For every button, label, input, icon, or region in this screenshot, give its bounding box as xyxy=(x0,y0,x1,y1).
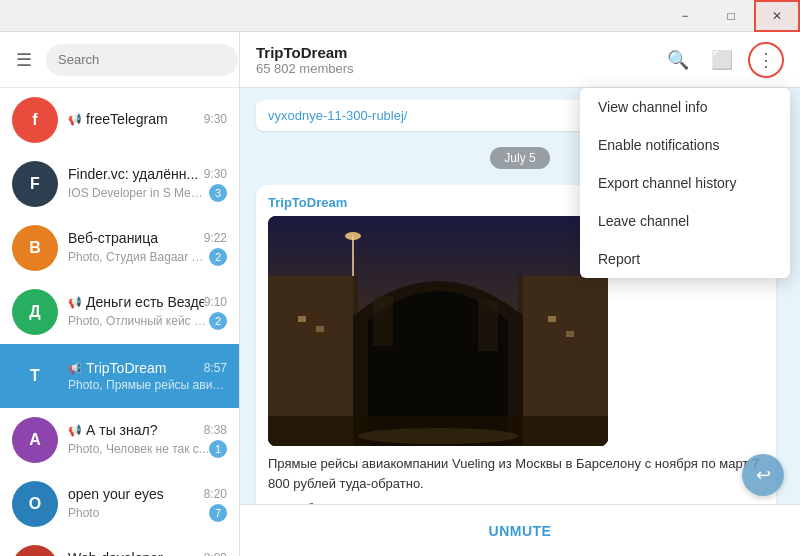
unread-badge: 2 xyxy=(209,248,227,266)
sidebar-item-webdeveloper[interactable]: W Web-developer 8:09 Photo, Editor: Subl… xyxy=(0,536,239,556)
header-actions: 🔍 ⬜ ⋮ xyxy=(660,42,784,78)
chat-preview: Photo, Человек не так с... 1 xyxy=(68,440,227,458)
chat-top: 📢 Деньги есть Везде 9:10 xyxy=(68,294,227,310)
chat-time: 9:10 xyxy=(204,295,227,309)
svg-rect-12 xyxy=(298,316,306,322)
forward-button[interactable]: ↩ xyxy=(742,454,784,496)
more-options-button[interactable]: ⋮ xyxy=(748,42,784,78)
top-message-link[interactable]: vyxodnye-11-300-rublej/ xyxy=(268,108,407,123)
svg-rect-13 xyxy=(316,326,324,332)
chat-info: 📢 Деньги есть Везде 9:10 Photo, Отличный… xyxy=(68,294,227,330)
avatar: f xyxy=(12,97,58,143)
chat-time: 9:22 xyxy=(204,231,227,245)
sidebar-item-triptodream[interactable]: T 📢 TripToDream 8:57 Photo, Прямые рейсы… xyxy=(0,344,239,408)
chat-name: open your eyes xyxy=(68,486,164,502)
chat-name: 📢 А ты знал? xyxy=(68,422,157,438)
chat-top: 📢 А ты знал? 8:38 xyxy=(68,422,227,438)
sidebar-item-openyoureyes[interactable]: O open your eyes 8:20 Photo 7 xyxy=(0,472,239,536)
hamburger-icon[interactable]: ☰ xyxy=(12,45,36,75)
menu-item-enable-notifications[interactable]: Enable notifications xyxy=(580,126,790,164)
channel-icon: 📢 xyxy=(68,296,82,309)
unread-badge: 3 xyxy=(209,184,227,202)
sidebar-item-money[interactable]: Д 📢 Деньги есть Везде 9:10 Photo, Отличн… xyxy=(0,280,239,344)
chat-time: 9:30 xyxy=(204,167,227,181)
chat-header: TripToDream 65 802 members 🔍 ⬜ ⋮ xyxy=(240,32,800,88)
chat-name: 📢 Деньги есть Везде xyxy=(68,294,204,310)
chat-preview: IOS Developer in S Media ... 3 xyxy=(68,184,227,202)
unread-badge: 1 xyxy=(209,440,227,458)
menu-item-leave-channel[interactable]: Leave channel xyxy=(580,202,790,240)
avatar: F xyxy=(12,161,58,207)
menu-item-report[interactable]: Report xyxy=(580,240,790,278)
app-body: ☰ 🔒 f 📢 freeTelegram 9:30 xyxy=(0,32,800,556)
chat-preview: Photo, Студия Bagaar со... 2 xyxy=(68,248,227,266)
titlebar: − □ ✕ xyxy=(0,0,800,32)
chat-name: Finder.vc: удалённ... xyxy=(68,166,198,182)
svg-point-9 xyxy=(345,232,361,240)
svg-rect-10 xyxy=(373,296,393,346)
chat-top: open your eyes 8:20 xyxy=(68,486,227,502)
minimize-button[interactable]: − xyxy=(662,0,708,32)
message-image xyxy=(268,216,608,446)
sidebar-header: ☰ 🔒 xyxy=(0,32,239,88)
chat-name: Web-developer xyxy=(68,550,163,556)
chat-top: 📢 TripToDream 8:57 xyxy=(68,360,227,376)
chat-preview: Photo, Прямые рейсы авиа... xyxy=(68,378,227,392)
channel-icon: 📢 xyxy=(68,362,82,375)
chat-info: 📢 freeTelegram 9:30 xyxy=(68,111,227,129)
search-input[interactable] xyxy=(46,44,238,76)
chat-name: 📢 TripToDream xyxy=(68,360,166,376)
chat-time: 8:09 xyxy=(204,551,227,556)
chat-info: Web-developer 8:09 Photo, Editor: Sublim… xyxy=(68,550,227,556)
chat-info: 📢 TripToDream 8:57 Photo, Прямые рейсы а… xyxy=(68,360,227,392)
sidebar-item-webpage[interactable]: В Веб-страница 9:22 Photo, Студия Bagaar… xyxy=(0,216,239,280)
avatar: А xyxy=(12,417,58,463)
chat-info: Веб-страница 9:22 Photo, Студия Bagaar с… xyxy=(68,230,227,266)
chat-top: Web-developer 8:09 xyxy=(68,550,227,556)
unread-badge: 7 xyxy=(209,504,227,522)
chat-top: 📢 freeTelegram 9:30 xyxy=(68,111,227,127)
context-menu: View channel infoEnable notificationsExp… xyxy=(580,88,790,278)
chat-preview: Photo 7 xyxy=(68,504,227,522)
main-content: TripToDream 65 802 members 🔍 ⬜ ⋮ vyxodny… xyxy=(240,32,800,556)
chat-info: open your eyes 8:20 Photo 7 xyxy=(68,486,227,522)
sidebar-item-freetelegram[interactable]: f 📢 freeTelegram 9:30 xyxy=(0,88,239,152)
chat-top: Веб-страница 9:22 xyxy=(68,230,227,246)
message-text: Прямые рейсы авиакомпании Vueling из Мос… xyxy=(268,454,764,493)
svg-rect-15 xyxy=(566,331,574,337)
sidebar-item-atyuznal[interactable]: А 📢 А ты знал? 8:38 Photo, Человек не та… xyxy=(0,408,239,472)
channel-icon: 📢 xyxy=(68,424,82,437)
svg-rect-14 xyxy=(548,316,556,322)
chat-top: Finder.vc: удалённ... 9:30 xyxy=(68,166,227,182)
avatar: Д xyxy=(12,289,58,335)
avatar: W xyxy=(12,545,58,556)
avatar: T xyxy=(12,353,58,399)
bookmarks-button[interactable]: ⬜ xyxy=(704,42,740,78)
avatar: O xyxy=(12,481,58,527)
avatar: В xyxy=(12,225,58,271)
chat-header-name: TripToDream xyxy=(256,44,648,61)
chat-info: 📢 А ты знал? 8:38 Photo, Человек не так … xyxy=(68,422,227,458)
chat-time: 8:38 xyxy=(204,423,227,437)
chat-time: 8:57 xyxy=(204,361,227,375)
search-button[interactable]: 🔍 xyxy=(660,42,696,78)
chat-name: Веб-страница xyxy=(68,230,158,246)
chat-header-members: 65 802 members xyxy=(256,61,648,76)
close-button[interactable]: ✕ xyxy=(754,0,800,32)
chat-info: Finder.vc: удалённ... 9:30 IOS Developer… xyxy=(68,166,227,202)
menu-item-export-channel-history[interactable]: Export channel history xyxy=(580,164,790,202)
sidebar: ☰ 🔒 f 📢 freeTelegram 9:30 xyxy=(0,32,240,556)
bottom-bar: UNMUTE xyxy=(240,504,800,556)
maximize-button[interactable]: □ xyxy=(708,0,754,32)
chat-time: 9:30 xyxy=(204,112,227,126)
chat-header-info: TripToDream 65 802 members xyxy=(256,44,648,76)
chat-time: 8:20 xyxy=(204,487,227,501)
unmute-button[interactable]: UNMUTE xyxy=(489,523,552,539)
chat-name: 📢 freeTelegram xyxy=(68,111,168,127)
chat-preview: Photo, Отличный кейс д... 2 xyxy=(68,312,227,330)
svg-rect-11 xyxy=(478,301,498,351)
menu-item-view-channel-info[interactable]: View channel info xyxy=(580,88,790,126)
channel-icon: 📢 xyxy=(68,113,82,126)
date-pill: July 5 xyxy=(490,147,549,169)
sidebar-item-findervc[interactable]: F Finder.vc: удалённ... 9:30 IOS Develop… xyxy=(0,152,239,216)
